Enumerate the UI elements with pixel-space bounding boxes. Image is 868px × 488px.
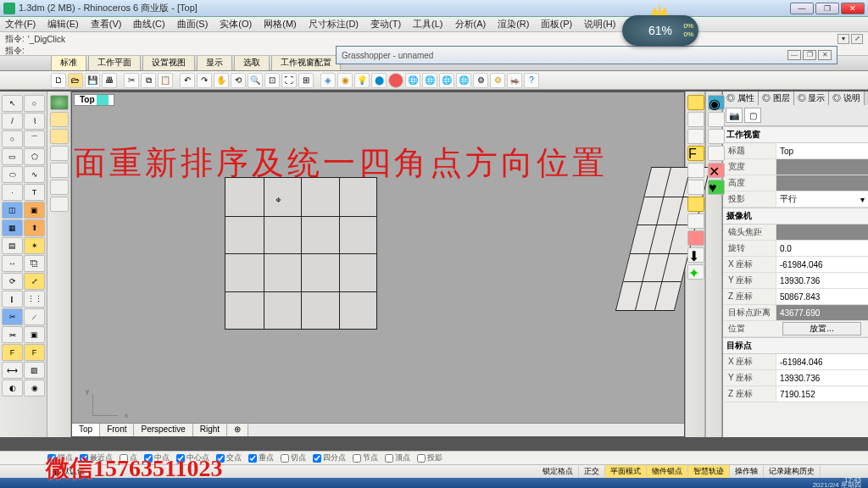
minimize-button[interactable]: — (790, 3, 814, 14)
cmd-expand-icon[interactable]: ⤢ (851, 34, 863, 44)
zoom-icon[interactable]: 🔍 (248, 73, 263, 88)
vtab-add[interactable]: ⊕ (227, 424, 248, 436)
tab-select[interactable]: 选取 (234, 56, 270, 70)
rt11-icon[interactable]: ✦ (687, 264, 704, 280)
light-icon[interactable]: 💡 (354, 73, 370, 88)
paste-icon[interactable]: 📋 (158, 73, 173, 88)
extrude-icon[interactable]: ⬆ (24, 219, 45, 236)
curve-icon[interactable]: ∿ (24, 166, 45, 183)
sb-smart[interactable]: 智慧轨迹 (688, 465, 730, 478)
sb-osnap[interactable]: 物件锁点 (647, 465, 688, 478)
grasshopper-titlebar[interactable]: Grasshopper - unnamed —❐✕ (336, 46, 837, 64)
tab-display[interactable]: 显示 (197, 56, 232, 70)
array-icon[interactable]: ⋮⋮ (24, 291, 45, 308)
cut-icon[interactable]: ✂ (124, 73, 139, 88)
osnap-project[interactable]: 投影 (417, 452, 442, 463)
gh-min[interactable]: — (787, 50, 801, 60)
mirror-icon[interactable]: ⫿ (2, 291, 23, 308)
menu-edit[interactable]: 编辑(E) (47, 18, 79, 30)
menu-view[interactable]: 查看(V) (91, 18, 122, 30)
val-title[interactable]: Top (776, 143, 868, 158)
rptab-props[interactable]: ◎ 属性 (723, 92, 759, 105)
menu-file[interactable]: 文件(F) (5, 18, 36, 30)
globe1-icon[interactable]: 🌐 (405, 73, 420, 88)
pan-icon[interactable]: ✋ (214, 73, 229, 88)
sphere-icon[interactable] (50, 95, 69, 110)
menu-solid[interactable]: 实体(O) (220, 18, 252, 30)
mesh-icon[interactable]: ▤ (2, 237, 23, 254)
rtb5-icon[interactable]: ✕ (708, 163, 725, 178)
split-icon[interactable]: ⟋ (24, 308, 45, 325)
sb-gumball[interactable]: 操作轴 (730, 466, 764, 477)
rt2-icon[interactable] (687, 112, 704, 127)
menu-dimension[interactable]: 尺寸标注(D) (309, 18, 359, 30)
import-icon[interactable] (50, 146, 69, 161)
tab-setview[interactable]: 设置视图 (142, 56, 195, 70)
circle-icon[interactable]: ○ (2, 130, 23, 147)
menu-surface[interactable]: 曲面(S) (177, 18, 209, 30)
rptab-display[interactable]: ◎ 显示 (793, 92, 830, 105)
help-icon[interactable]: ? (524, 73, 539, 88)
shade-icon[interactable] (388, 73, 403, 88)
globe3-icon[interactable]: 🌐 (439, 73, 454, 88)
sb-planar[interactable]: 平面模式 (605, 465, 647, 478)
ellipse-icon[interactable]: ⬭ (2, 166, 23, 183)
tab-standard[interactable]: 标准 (51, 56, 86, 70)
rt6-icon[interactable] (687, 180, 704, 195)
sb-history[interactable]: 记录建构历史 (764, 466, 821, 477)
val-proj[interactable]: 平行▾ (776, 191, 868, 207)
copy-icon[interactable]: ⧉ (141, 73, 156, 88)
box-icon[interactable]: ▦ (2, 219, 23, 236)
join-icon[interactable]: ⫘ (2, 326, 23, 343)
btn-place[interactable]: 放置... (782, 322, 861, 336)
rect-icon[interactable]: ▭ (2, 148, 23, 165)
rt1-icon[interactable] (687, 95, 704, 110)
dim-icon[interactable]: ⟷ (2, 362, 23, 379)
tab-viewport[interactable]: 工作视窗配置 (271, 56, 341, 70)
render-icon[interactable]: ⬤ (371, 73, 387, 88)
cplane-icon[interactable]: ◈ (320, 73, 336, 88)
point-icon[interactable]: · (2, 184, 23, 201)
layers-icon[interactable] (50, 180, 69, 195)
solid-icon[interactable]: ▣ (24, 202, 45, 219)
vtab-perspective[interactable]: Perspective (134, 424, 192, 436)
folder-open-icon[interactable] (50, 112, 69, 127)
explode-icon[interactable]: ✶ (24, 237, 45, 254)
surface-icon[interactable]: ◫ (2, 202, 23, 219)
sb-grid[interactable]: 锁定格点 (537, 466, 579, 477)
osnap-tan[interactable]: 切点 (281, 452, 306, 463)
sb-ortho[interactable]: 正交 (579, 466, 605, 477)
vtab-top[interactable]: Top (72, 424, 100, 436)
rtb4-icon[interactable] (708, 146, 725, 161)
layer-icon[interactable]: ◉ (337, 73, 353, 88)
viewport-label[interactable]: Top (74, 94, 114, 106)
polyline-icon[interactable]: / (2, 113, 23, 130)
four-view-icon[interactable]: ⊞ (298, 73, 314, 88)
gh-close[interactable]: ✕ (818, 50, 832, 60)
undo-icon[interactable]: ↶ (180, 73, 195, 88)
rt8-icon[interactable] (687, 214, 704, 229)
rotate2-icon[interactable]: ⟳ (2, 273, 23, 290)
menu-mesh[interactable]: 网格(M) (264, 18, 297, 30)
gh-max[interactable]: ❐ (803, 50, 816, 60)
cmd-dropdown-icon[interactable]: ▾ (837, 34, 849, 44)
gear-icon[interactable]: ⚙ (490, 73, 505, 88)
props-icon[interactable] (50, 197, 69, 212)
viewport[interactable]: Top 面重新排序及统一四角点方向位置 ⌖ y x Top Front Pers… (71, 92, 685, 437)
val-tz[interactable]: 7190.152 (776, 386, 868, 402)
menu-curve[interactable]: 曲线(C) (133, 18, 164, 30)
render2-icon[interactable]: ◉ (24, 380, 45, 396)
zoom-ext-icon[interactable]: ⛶ (281, 73, 297, 88)
globe2-icon[interactable]: 🌐 (422, 73, 437, 88)
osnap-vertex[interactable]: 顶点 (385, 452, 410, 463)
val-z[interactable]: 50867.843 (776, 289, 868, 304)
menu-help[interactable]: 说明(H) (584, 18, 615, 30)
rtb6-icon[interactable]: ♥ (708, 180, 725, 195)
osnap-knot[interactable]: 节点 (353, 452, 378, 463)
val-ty[interactable]: 13930.736 (776, 370, 868, 385)
rtb3-icon[interactable] (708, 129, 725, 144)
rt9-icon[interactable] (687, 230, 704, 246)
rptab-help[interactable]: ◎ 说明 (828, 92, 865, 105)
analyze-icon[interactable]: ◐ (2, 380, 23, 396)
vtab-right[interactable]: Right (193, 424, 227, 436)
